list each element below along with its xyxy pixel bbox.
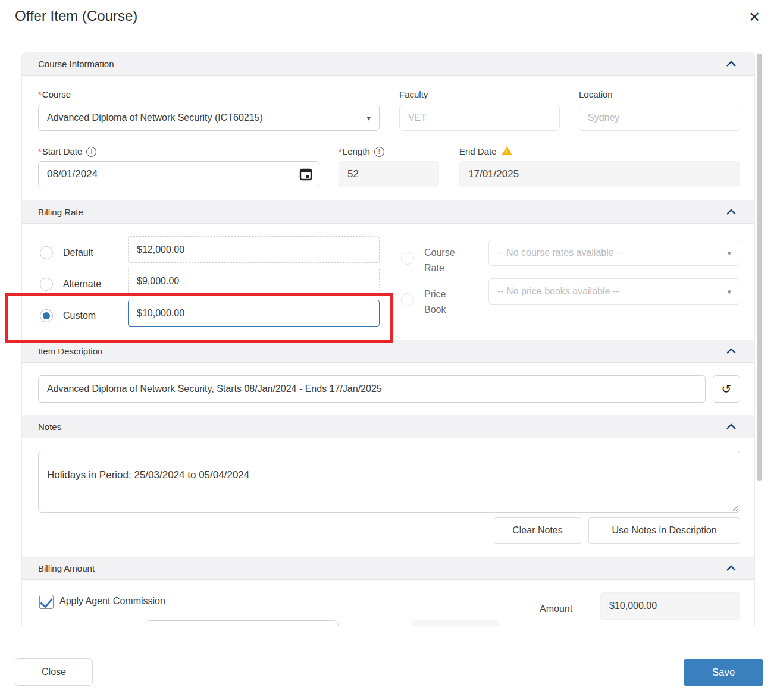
radio-alternate[interactable] (40, 278, 53, 291)
clear-notes-button[interactable]: Clear Notes (494, 517, 581, 544)
info-icon: ! (374, 147, 384, 157)
section-title: Billing Rate (38, 207, 726, 217)
chevron-up-icon[interactable] (726, 209, 737, 215)
course-rate-select-value: -- No course rates available -- (497, 247, 623, 258)
chevron-down-icon: ▾ (366, 114, 371, 123)
course-select-value: Advanced Diploma of Network Security (IC… (47, 112, 263, 123)
radio-price-book[interactable] (401, 293, 414, 306)
chevron-up-icon[interactable] (726, 348, 737, 354)
section-title: Course Information (38, 59, 726, 69)
faculty-field (399, 105, 560, 131)
modal-header: Offer Item (Course) ✕ (0, 0, 777, 36)
amount-label: Amount (540, 604, 572, 614)
history-icon: ↺ (722, 382, 732, 396)
item-description-field[interactable] (38, 375, 706, 403)
scrollbar-thumb[interactable] (757, 54, 762, 481)
location-label: Location (579, 89, 613, 99)
end-date-label: End Date! (459, 146, 512, 156)
radio-course-rate-label: Course Rate (424, 245, 462, 276)
modal-title: Offer Item (Course) (15, 8, 137, 24)
radio-custom-label: Custom (63, 310, 96, 321)
length-label: *Length! (339, 146, 384, 157)
chevron-up-icon[interactable] (726, 423, 737, 430)
radio-default[interactable] (40, 246, 53, 259)
section-header-item-description[interactable]: Item Description (22, 340, 754, 363)
offer-item-form: Course Information *Course Advanced Dipl… (21, 52, 755, 626)
course-label: *Course (38, 89, 71, 99)
default-rate-field (128, 236, 380, 263)
course-rate-select: -- No course rates available -- ▾ (488, 240, 740, 266)
section-header-billing-rate[interactable]: Billing Rate (22, 200, 754, 224)
radio-price-book-label: Price Book (424, 287, 462, 318)
warning-icon: ! (502, 146, 512, 155)
radio-course-rate[interactable] (401, 252, 414, 265)
info-icon: i (86, 147, 96, 157)
section-title: Billing Amount (38, 563, 726, 573)
notes-textarea[interactable]: Holidays in Period: 25/03/2024 to 05/04/… (38, 451, 740, 513)
radio-alternate-label: Alternate (63, 279, 101, 290)
chevron-up-icon[interactable] (726, 565, 737, 572)
close-button[interactable]: Close (15, 658, 93, 686)
section-header-notes[interactable]: Notes (22, 415, 754, 438)
price-book-select-value: -- No price books available -- (497, 286, 619, 297)
save-button[interactable]: Save (684, 659, 763, 686)
apply-agent-commission-label: Apply Agent Commission (59, 596, 165, 607)
course-select[interactable]: Advanced Diploma of Network Security (IC… (38, 105, 380, 131)
section-header-course-information[interactable]: Course Information (22, 52, 754, 76)
section-header-billing-amount[interactable]: Billing Amount (22, 557, 754, 580)
location-field (579, 105, 740, 131)
faculty-label: Faculty (399, 89, 428, 99)
start-date-field[interactable] (38, 161, 319, 187)
custom-rate-field[interactable] (128, 300, 380, 327)
use-notes-in-description-button[interactable]: Use Notes in Description (588, 517, 740, 544)
start-date-label: *Start Datei (38, 146, 96, 157)
section-title: Item Description (38, 346, 726, 356)
chevron-down-icon: ▾ (727, 249, 731, 258)
close-icon[interactable]: ✕ (744, 7, 765, 27)
length-field (339, 161, 439, 187)
apply-agent-commission-checkbox[interactable] (39, 595, 54, 609)
section-title: Notes (38, 422, 726, 432)
amount-field (600, 592, 740, 620)
end-date-field (459, 161, 740, 187)
clipped-field[interactable] (145, 620, 339, 626)
reset-description-button[interactable]: ↺ (713, 375, 740, 403)
clipped-disabled-field (412, 620, 499, 626)
radio-default-label: Default (63, 247, 93, 258)
chevron-up-icon[interactable] (726, 61, 737, 67)
radio-custom[interactable] (40, 309, 53, 322)
alternate-rate-field (128, 268, 380, 294)
price-book-select: -- No price books available -- ▾ (488, 278, 740, 305)
chevron-down-icon: ▾ (727, 287, 731, 296)
calendar-icon[interactable] (299, 168, 312, 183)
